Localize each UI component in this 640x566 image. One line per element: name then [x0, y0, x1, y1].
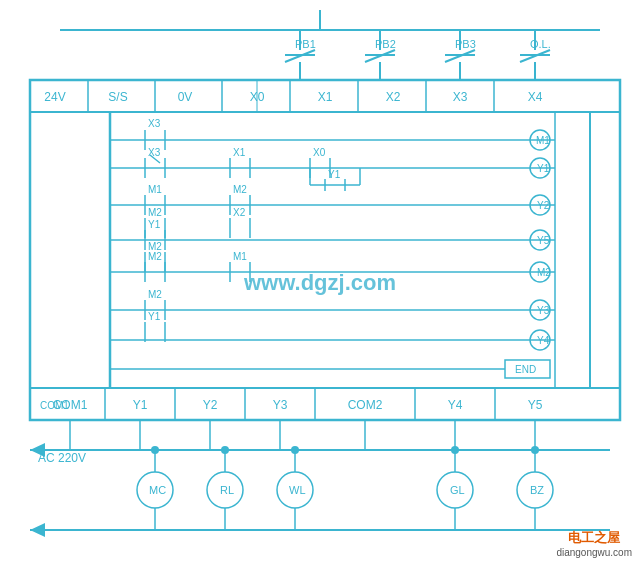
svg-text:M2: M2: [537, 267, 551, 278]
svg-text:M2: M2: [148, 207, 162, 218]
svg-text:Y3: Y3: [537, 305, 550, 316]
svg-text:Y2: Y2: [537, 200, 550, 211]
svg-rect-0: [0, 0, 640, 566]
svg-text:AC 220V: AC 220V: [38, 451, 86, 465]
svg-text:24V: 24V: [44, 90, 65, 104]
svg-text:X4: X4: [528, 90, 543, 104]
svg-text:Y1: Y1: [148, 311, 161, 322]
svg-text:Y1: Y1: [328, 169, 341, 180]
svg-text:Y1: Y1: [148, 219, 161, 230]
svg-text:M2: M2: [148, 251, 162, 262]
svg-text:COM2: COM2: [348, 398, 383, 412]
logo-top: 电工之屋: [556, 529, 632, 547]
svg-text:PB2: PB2: [375, 38, 396, 50]
svg-text:M2: M2: [233, 184, 247, 195]
svg-text:X0: X0: [313, 147, 326, 158]
svg-text:X2: X2: [233, 207, 246, 218]
svg-text:X1: X1: [233, 147, 246, 158]
svg-text:M1: M1: [233, 251, 247, 262]
svg-text:PB1: PB1: [295, 38, 316, 50]
svg-point-168: [151, 446, 159, 454]
svg-point-170: [291, 446, 299, 454]
svg-text:X1: X1: [318, 90, 333, 104]
svg-text:X3: X3: [453, 90, 468, 104]
svg-text:X2: X2: [386, 90, 401, 104]
svg-text:Y1: Y1: [537, 163, 550, 174]
svg-text:O.L.: O.L.: [530, 38, 551, 50]
svg-text:M1: M1: [148, 184, 162, 195]
logo-bottom: diangongwu.com: [556, 547, 632, 558]
svg-text:Y2: Y2: [203, 398, 218, 412]
svg-text:Y4: Y4: [537, 335, 550, 346]
svg-text:Y1: Y1: [133, 398, 148, 412]
svg-text:M1: M1: [536, 135, 550, 146]
svg-text:PB3: PB3: [455, 38, 476, 50]
svg-text:GL: GL: [450, 484, 465, 496]
svg-text:Y4: Y4: [448, 398, 463, 412]
svg-text:WL: WL: [289, 484, 306, 496]
svg-text:0V: 0V: [178, 90, 193, 104]
svg-text:Y5: Y5: [537, 235, 550, 246]
svg-text:MC: MC: [149, 484, 166, 496]
svg-text:X3: X3: [148, 147, 161, 158]
svg-text:COM1: COM1: [40, 400, 69, 411]
diagram-container: text { font-family: Arial, sans-serif; }…: [0, 0, 640, 566]
svg-point-172: [531, 446, 539, 454]
svg-text:S/S: S/S: [108, 90, 127, 104]
svg-text:M2: M2: [148, 289, 162, 300]
logo-box: 电工之屋 diangongwu.com: [556, 529, 632, 558]
svg-point-171: [451, 446, 459, 454]
svg-text:BZ: BZ: [530, 484, 544, 496]
svg-point-169: [221, 446, 229, 454]
svg-text:X3: X3: [148, 118, 161, 129]
svg-text:Y5: Y5: [528, 398, 543, 412]
svg-text:Y3: Y3: [273, 398, 288, 412]
svg-text:RL: RL: [220, 484, 234, 496]
svg-text:END: END: [515, 364, 536, 375]
